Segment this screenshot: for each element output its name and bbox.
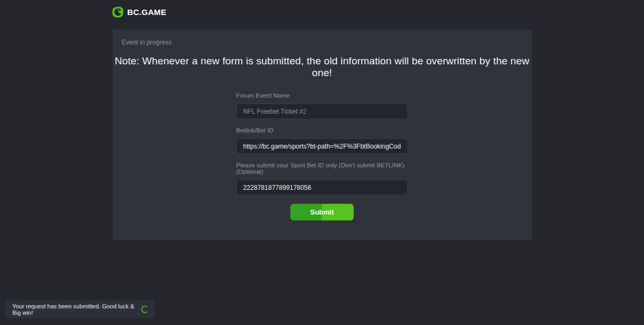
- event-status-label: Event in progress: [113, 29, 532, 46]
- toast-message: Your request has been submitted. Good lu…: [12, 303, 141, 316]
- bcgame-logo-text: BC.GAME: [127, 8, 166, 17]
- submission-toast: Your request has been submitted. Good lu…: [5, 300, 155, 318]
- field-sport-bet-id: Please submit your Sport Bet ID only (Do…: [236, 162, 408, 195]
- betlink-bet-id-input[interactable]: [236, 138, 408, 154]
- forum-event-name-input[interactable]: [236, 104, 408, 119]
- overwrite-note: Note: Whenever a new form is submitted, …: [113, 55, 532, 79]
- event-form: Forum Event Name Betlink/Bet ID Please s…: [236, 92, 408, 220]
- submit-button[interactable]: Submit: [290, 204, 354, 220]
- sport-bet-id-label: Please submit your Sport Bet ID only (Do…: [236, 162, 408, 175]
- bcgame-logo[interactable]: BC.GAME: [112, 6, 166, 18]
- loading-spinner-icon: [141, 306, 149, 313]
- field-forum-event-name: Forum Event Name: [236, 92, 408, 119]
- field-betlink-bet-id: Betlink/Bet ID: [236, 127, 408, 154]
- betlink-bet-id-label: Betlink/Bet ID: [236, 127, 408, 134]
- forum-event-name-label: Forum Event Name: [236, 92, 408, 99]
- event-form-panel: Event in progress Note: Whenever a new f…: [113, 29, 532, 240]
- top-header: BC.GAME: [0, 0, 644, 24]
- sport-bet-id-input[interactable]: [236, 180, 408, 195]
- bcgame-logo-icon: [112, 6, 123, 18]
